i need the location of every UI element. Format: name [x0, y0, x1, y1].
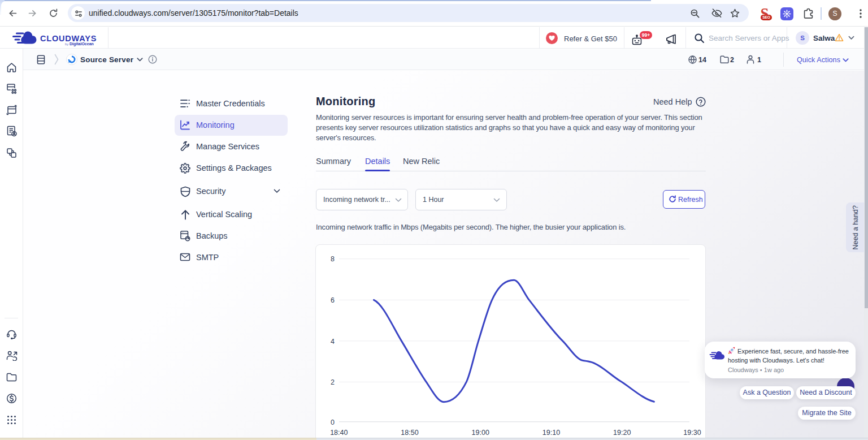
svg-text:18:40: 18:40	[330, 429, 348, 437]
svg-text:19:00: 19:00	[472, 429, 489, 437]
svg-text:0: 0	[331, 419, 335, 426]
svg-text:8: 8	[331, 255, 335, 263]
svg-text:4: 4	[331, 338, 335, 346]
svg-text:19:20: 19:20	[613, 429, 631, 437]
svg-text:18:50: 18:50	[401, 429, 418, 437]
svg-text:6: 6	[331, 296, 335, 304]
svg-text:19:30: 19:30	[683, 429, 701, 437]
svg-text:2: 2	[331, 378, 335, 386]
svg-text:19:10: 19:10	[542, 429, 560, 437]
